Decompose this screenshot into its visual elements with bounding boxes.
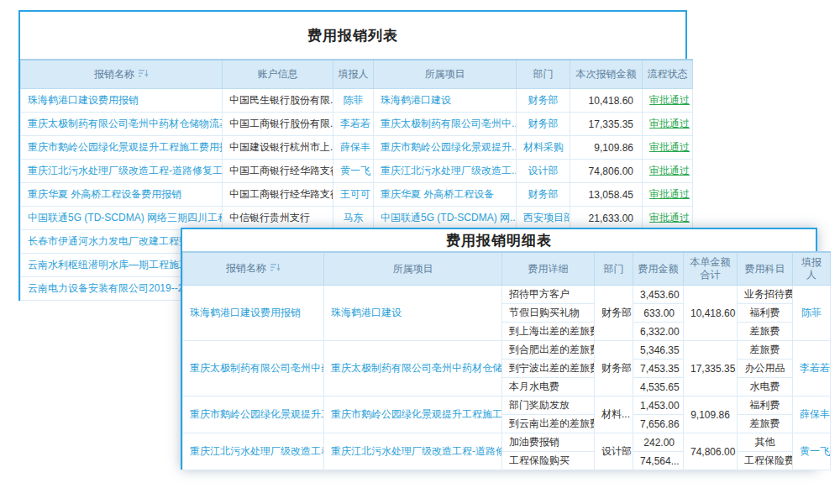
cell-report-name[interactable]: 重庆市鹅岭公园绿化景观提升工程 [183,396,324,433]
cell-department[interactable]: 材料采购 [517,136,570,160]
detail-column-label: 部门 [604,263,624,275]
table-row: 重庆江北污水处理厂级改造工程-道路修复工程费用...中国工商银行经华路支行黄一飞… [21,160,693,183]
cell-filler[interactable]: 李若若 [793,341,831,396]
cell-amount: 17,335.35 [570,113,643,136]
cell-account-info: 中国建设银行杭州市上... [223,136,333,160]
table-row: 中国联通5G (TD-SCDMA) 网络三期四川工程费...中信银行贵州支行马东… [21,207,693,230]
cell-expense-amount: 4,535.65 [633,378,684,396]
table-row: 重庆太极制药有限公司亳州中药材重庆太极制药有限公司亳州中药材仓储物流到合肥出差的… [183,341,831,360]
cell-project[interactable]: 重庆太极制药有限公司亳州中... [374,113,517,136]
cell-filler[interactable]: 王可可 [333,183,374,207]
cell-project[interactable]: 重庆华夏 外高桥工程设备 [374,183,517,207]
detail-column-label: 所属项目 [393,263,433,275]
cell-amount: 21,633.00 [570,207,643,230]
cell-expense-detail: 本月水电费 [502,378,595,396]
cell-filler[interactable]: 薛保丰 [333,136,374,160]
cell-report-name[interactable]: 重庆太极制药有限公司亳州中药材 [183,341,324,396]
detail-column-header-1: 报销名称 [183,252,324,286]
cell-report-name[interactable]: 重庆华夏 外高桥工程设备费用报销 [21,183,223,207]
cell-status-link[interactable]: 审批通过 [643,207,693,230]
cell-department[interactable]: 设计部 [517,160,570,183]
list-column-label: 本次报销金额 [576,68,637,80]
cell-project[interactable]: 重庆市鹅岭公园绿化景观提升工程施工 [324,396,502,433]
detail-column-header-7: 费用科目 [738,252,793,286]
cell-filler[interactable]: 黄一飞 [333,160,374,183]
cell-expense-amount: 7,453.35 [633,360,684,378]
cell-expense-detail: 招待甲方客户 [502,286,595,304]
cell-expense-amount: 242.00 [633,433,684,452]
sort-icon[interactable] [270,263,281,276]
cell-status-link[interactable]: 审批通过 [643,160,693,183]
cell-department: 财务部 [595,286,633,341]
cell-expense-subject: 工程保险费 [738,452,793,470]
report-page: 费用报销列表 报销名称账户信息填报人所属项目部门本次报销金额流程状态 珠海鹤港口… [0,0,840,504]
cell-filler[interactable]: 陈菲 [793,286,831,341]
cell-account-info: 中国民生银行股份有限... [223,89,333,113]
detail-column-header-4: 部门 [595,252,633,286]
cell-report-name[interactable]: 珠海鹤港口建设费用报销 [183,286,324,341]
table-row: 重庆江北污水处理厂级改造工程-重庆江北污水处理厂级改造工程-道路修复工加油费报销… [183,433,831,452]
cell-project[interactable]: 中国联通5G (TD-SCDMA) 网... [374,207,517,230]
table-row: 珠海鹤港口建设费用报销珠海鹤港口建设招待甲方客户财务部3,453.6010,41… [183,286,831,304]
cell-expense-detail: 工程保险购买 [502,452,595,470]
cell-status-link[interactable]: 审批通过 [643,113,693,136]
cell-expense-amount: 6,332.00 [633,323,684,341]
cell-filler[interactable]: 陈菲 [333,89,374,113]
list-column-header-6: 本次报销金额 [570,60,643,89]
list-column-label: 部门 [533,68,554,80]
list-column-header-3: 填报人 [333,60,374,89]
cell-expense-detail: 到云南出差的差旅费 [502,415,595,433]
cell-expense-subject: 其他 [738,433,793,452]
cell-filler[interactable]: 黄一飞 [793,433,831,470]
cell-department[interactable]: 西安项目部 [517,207,570,230]
detail-column-label: 本单金额合计 [690,256,731,281]
cell-expense-subject: 办公用品 [738,360,793,378]
detail-column-label: 费用科目 [745,263,785,275]
cell-amount: 9,109.86 [570,136,643,160]
cell-account-info: 中国工商银行经华路支行 [223,160,333,183]
list-column-header-4: 所属项目 [374,60,517,89]
cell-project[interactable]: 重庆太极制药有限公司亳州中药材仓储物流 [324,341,502,396]
list-header-row: 报销名称账户信息填报人所属项目部门本次报销金额流程状态 [21,60,693,89]
cell-account-info: 中国工商银行经华路支行 [223,183,333,207]
cell-project[interactable]: 重庆江北污水处理厂级改造工程-道路修复工 [324,433,502,470]
cell-report-name[interactable]: 重庆江北污水处理厂级改造工程- [183,433,324,470]
detail-column-header-5: 费用金额 [633,252,684,286]
sort-icon[interactable] [139,69,149,81]
cell-amount: 13,058.45 [570,183,643,207]
table-row: 重庆太极制药有限公司亳州中药材仓储物流基地项...中国工商银行股份有限...李若… [21,113,693,136]
cell-account-info: 中信银行贵州支行 [223,207,333,230]
cell-department[interactable]: 财务部 [517,183,570,207]
cell-report-name[interactable]: 中国联通5G (TD-SCDMA) 网络三期四川工程费... [21,207,223,230]
list-column-label: 填报人 [339,68,369,80]
cell-expense-subject: 业务招待费 [738,286,793,304]
cell-department[interactable]: 财务部 [517,113,570,136]
cell-filler[interactable]: 马东 [333,207,374,230]
table-row: 重庆市鹅岭公园绿化景观提升工程重庆市鹅岭公园绿化景观提升工程施工部门奖励发放材料… [183,396,831,415]
cell-status-link[interactable]: 审批通过 [643,89,693,113]
cell-report-name[interactable]: 重庆市鹅岭公园绿化景观提升工程施工费用报销 [21,136,223,160]
detail-header-row: 报销名称所属项目费用详细部门费用金额本单金额合计费用科目填报人 [183,252,831,286]
cell-amount: 74,806.00 [570,160,643,183]
detail-column-header-2: 所属项目 [324,252,502,286]
cell-project[interactable]: 珠海鹤港口建设 [324,286,502,341]
cell-status-link[interactable]: 审批通过 [643,136,693,160]
expense-list-title: 费用报销列表 [20,12,685,59]
table-row: 重庆华夏 外高桥工程设备费用报销中国工商银行经华路支行王可可重庆华夏 外高桥工程… [21,183,693,207]
cell-report-name[interactable]: 珠海鹤港口建设费用报销 [21,89,223,113]
expense-detail-body: 珠海鹤港口建设费用报销珠海鹤港口建设招待甲方客户财务部3,453.6010,41… [183,286,831,470]
cell-filler[interactable]: 薛保丰 [793,396,831,433]
list-column-label: 所属项目 [425,68,465,80]
cell-expense-detail: 加油费报销 [502,433,595,452]
cell-report-name[interactable]: 重庆江北污水处理厂级改造工程-道路修复工程费用... [21,160,223,183]
cell-report-name[interactable]: 重庆太极制药有限公司亳州中药材仓储物流基地项... [21,113,223,136]
cell-filler[interactable]: 李若若 [333,113,374,136]
cell-department[interactable]: 财务部 [517,89,570,113]
cell-total-amount: 17,335.35 [684,341,738,396]
cell-status-link[interactable]: 审批通过 [643,183,693,207]
cell-project[interactable]: 珠海鹤港口建设 [374,89,517,113]
cell-project[interactable]: 重庆市鹅岭公园绿化景观提升... [374,136,517,160]
cell-expense-amount: 633.00 [633,304,684,323]
cell-project[interactable]: 重庆江北污水处理厂级改造工... [374,160,517,183]
cell-expense-detail: 部门奖励发放 [502,396,595,415]
